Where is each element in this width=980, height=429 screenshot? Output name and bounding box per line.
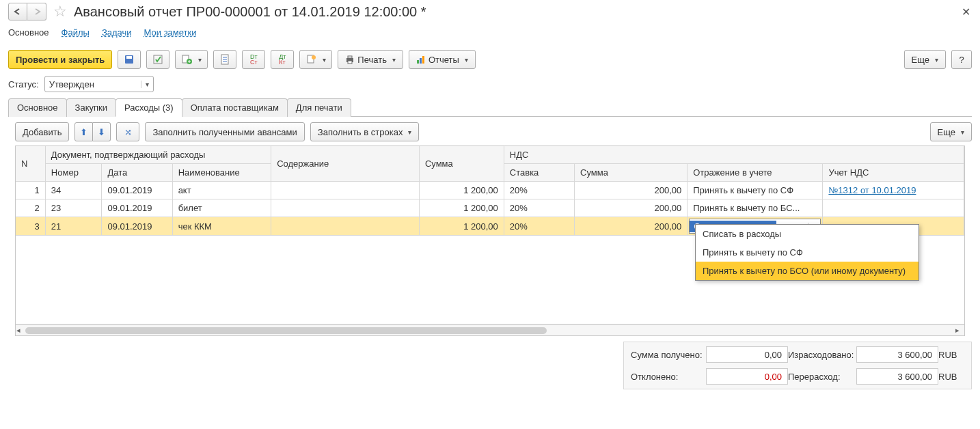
dropdown-opt-sf[interactable]: Принять к вычету по СФ [696, 243, 918, 262]
status-value: Утвержден [49, 79, 94, 89]
col-vat-acc[interactable]: Учет НДС [823, 164, 964, 182]
forward-button[interactable] [27, 3, 46, 20]
dtcr-icon: DтCт [250, 54, 258, 65]
status-select[interactable]: Утвержден ▾ [44, 76, 154, 92]
status-row: Статус: Утвержден ▾ [0, 73, 980, 98]
post-icon [152, 54, 163, 65]
nav-tab-files[interactable]: Файлы [62, 23, 90, 43]
svg-rect-11 [417, 60, 419, 64]
col-date[interactable]: Дата [102, 164, 172, 182]
more-button[interactable]: Еще [904, 50, 946, 69]
tab-supplier-pay[interactable]: Оплата поставщикам [182, 98, 288, 117]
over-label: Перерасход: [788, 372, 856, 382]
post-and-close-button[interactable]: Провести и закрыть [8, 50, 112, 69]
rejected-label: Отклонено: [631, 372, 706, 382]
dropdown-opt-bso[interactable]: Принять к вычету по БСО (или иному докум… [696, 262, 918, 280]
move-group: ⬆ ⬇ [74, 122, 111, 141]
save-icon [124, 54, 135, 65]
attach-button[interactable] [299, 50, 332, 69]
page-title: Авансовый отчет ПР00-000001 от 14.01.201… [74, 4, 426, 20]
nav-tabs: Основное Файлы Задачи Мои заметки [0, 23, 980, 46]
back-button[interactable] [8, 3, 27, 20]
tab-main[interactable]: Основное [8, 98, 67, 117]
col-vat-group[interactable]: НДС [504, 146, 964, 164]
dtkt-button[interactable]: ДтКт [271, 50, 294, 69]
horizontal-scrollbar[interactable]: ◂ ▸ [16, 324, 964, 335]
arrow-up-icon: ⬆ [80, 127, 87, 137]
distribute-icon: ⤮ [124, 127, 132, 137]
distribute-button[interactable]: ⤮ [116, 122, 139, 141]
basis-icon [182, 54, 193, 65]
tab-expenses[interactable]: Расходы (3) [115, 98, 182, 117]
svg-rect-13 [422, 56, 424, 64]
reflection-dropdown: Списать в расходы Принять к вычету по СФ… [695, 224, 919, 281]
col-number[interactable]: Номер [45, 164, 102, 182]
fill-rows-button[interactable]: Заполнить в строках [310, 122, 420, 141]
tab-for-print[interactable]: Для печати [287, 98, 351, 117]
vat-acc-link[interactable]: №1312 от 10.01.2019 [828, 185, 916, 195]
chevron-down-icon: ▾ [141, 81, 149, 88]
table-toolbar: Добавить ⬆ ⬇ ⤮ Заполнить полученными ава… [0, 117, 980, 146]
col-rate[interactable]: Ставка [504, 164, 574, 182]
received-value: 0,00 [706, 346, 788, 363]
add-button[interactable]: Добавить [15, 122, 69, 141]
col-content[interactable]: Содержание [271, 146, 420, 182]
main-toolbar: Провести и закрыть DтCт ДтКт Печать Отче… [0, 46, 980, 73]
currency-label-2: RUB [938, 372, 966, 382]
favorite-star-icon[interactable]: ☆ [53, 3, 67, 20]
basis-button[interactable] [175, 50, 208, 69]
fill-advances-button[interactable]: Заполнить полученными авансами [145, 122, 304, 141]
svg-rect-12 [420, 58, 422, 64]
expenses-table-wrap: N Документ, подтверждающий расходы Содер… [15, 146, 965, 336]
reports-label: Отчеты [428, 55, 459, 65]
move-up-button[interactable]: ⬆ [74, 122, 93, 141]
spent-label: Израсходовано: [788, 350, 856, 360]
nav-tab-tasks[interactable]: Задачи [102, 23, 132, 43]
svg-point-7 [312, 55, 316, 59]
totals-panel: Сумма получено: 0,00 Израсходовано: 3 60… [623, 342, 972, 389]
svg-rect-1 [126, 56, 132, 59]
scroll-thumb[interactable] [25, 327, 547, 334]
svg-rect-9 [348, 56, 352, 58]
scroll-right-icon: ▸ [955, 326, 964, 335]
help-button[interactable]: ? [951, 50, 972, 69]
nav-tab-notes[interactable]: Мои заметки [144, 23, 197, 43]
col-vat-sum[interactable]: Сумма [575, 164, 688, 182]
nav-tab-main[interactable]: Основное [8, 23, 49, 43]
reports-button[interactable]: Отчеты [409, 50, 476, 69]
close-button[interactable]: ✕ [957, 5, 975, 18]
table-row[interactable]: 2 23 09.01.2019 билет 1 200,00 20% 200,0… [16, 199, 964, 217]
arrow-right-icon [31, 8, 42, 16]
move-down-button[interactable]: ⬇ [93, 122, 111, 141]
inner-tabs: Основное Закупки Расходы (3) Оплата пост… [8, 98, 972, 117]
attach-icon [306, 54, 317, 65]
doc1-button[interactable] [213, 50, 236, 69]
table-more-button[interactable]: Еще [930, 122, 972, 141]
status-label: Статус: [8, 79, 39, 89]
dtcr-button[interactable]: DтCт [242, 50, 265, 69]
print-label: Печать [357, 55, 387, 65]
col-name[interactable]: Наименование [172, 164, 271, 182]
col-sum[interactable]: Сумма [419, 146, 504, 182]
document-icon [219, 54, 230, 65]
spent-value: 3 600,00 [856, 346, 938, 363]
chart-icon [416, 55, 426, 64]
nav-buttons [8, 3, 46, 20]
print-button[interactable]: Печать [338, 50, 403, 69]
svg-rect-10 [348, 61, 352, 64]
arrow-down-icon: ⬇ [98, 127, 105, 137]
over-value: 3 600,00 [856, 368, 938, 385]
col-doc-group[interactable]: Документ, подтверждающий расходы [45, 146, 271, 164]
arrow-left-icon [12, 8, 23, 16]
col-n[interactable]: N [16, 146, 45, 182]
table-row[interactable]: 1 34 09.01.2019 акт 1 200,00 20% 200,00 … [16, 182, 964, 199]
tab-purchases[interactable]: Закупки [66, 98, 116, 117]
post-button[interactable] [146, 50, 169, 69]
received-label: Сумма получено: [631, 350, 706, 360]
save-button[interactable] [118, 50, 141, 69]
print-icon [345, 55, 355, 64]
header-bar: ☆ Авансовый отчет ПР00-000001 от 14.01.2… [0, 0, 980, 23]
currency-label: RUB [938, 350, 966, 360]
dropdown-opt-expense[interactable]: Списать в расходы [696, 225, 918, 243]
col-reflection[interactable]: Отражение в учете [688, 164, 823, 182]
